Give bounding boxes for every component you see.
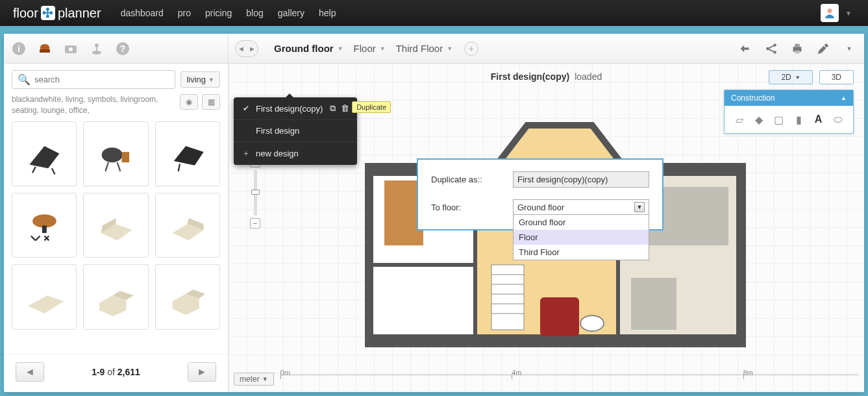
- nav-pricing[interactable]: pricing: [205, 8, 232, 18]
- furniture-item[interactable]: [12, 193, 77, 258]
- settings-icon[interactable]: [815, 40, 832, 57]
- furniture-item[interactable]: [83, 121, 148, 186]
- svg-marker-29: [173, 294, 199, 315]
- dialog-name-input[interactable]: [513, 171, 649, 188]
- ruler: meter▼ 0m 4m 8m: [234, 371, 859, 387]
- nav-pro[interactable]: pro: [178, 8, 191, 18]
- furniture-grid: [4, 121, 228, 330]
- svg-rect-21: [42, 225, 47, 232]
- svg-rect-40: [371, 265, 475, 336]
- add-floor-button[interactable]: +: [464, 42, 478, 56]
- zoom-control: + −: [249, 157, 261, 229]
- dialog-floor-label: To floor:: [431, 203, 502, 212]
- svg-rect-44: [540, 297, 579, 336]
- text-tool-icon[interactable]: A: [810, 111, 827, 128]
- top-nav: floor ✣ planner dashboard pro pricing bl…: [0, 0, 868, 26]
- view-grid-toggle[interactable]: ▦: [202, 94, 220, 110]
- svg-line-19: [179, 164, 180, 171]
- dialog-floor-select[interactable]: Ground floor ▼: [513, 199, 649, 215]
- search-field[interactable]: [34, 75, 169, 84]
- construction-header[interactable]: Construction ▲: [725, 90, 853, 106]
- chevron-down-icon[interactable]: ▼: [841, 40, 858, 57]
- floor-tab-floor[interactable]: Floor▼: [350, 40, 390, 56]
- svg-point-0: [828, 8, 832, 13]
- help-icon[interactable]: ?: [114, 40, 131, 57]
- chevron-down-icon: ▼: [338, 45, 343, 52]
- share-icon[interactable]: [763, 40, 780, 57]
- filter-label: living: [186, 75, 206, 84]
- furniture-item[interactable]: [83, 193, 148, 258]
- dimension-tool-icon[interactable]: ⬭: [830, 111, 847, 128]
- furniture-item[interactable]: [12, 121, 77, 186]
- top-nav-user[interactable]: ▼: [821, 4, 855, 22]
- zoom-handle[interactable]: [251, 190, 260, 195]
- svg-point-5: [69, 47, 73, 51]
- pager-prev[interactable]: ◄: [16, 362, 44, 382]
- nav-help[interactable]: help: [319, 8, 336, 18]
- floor-tab-third[interactable]: Third Floor▼: [392, 40, 456, 56]
- furniture-item[interactable]: [155, 264, 220, 329]
- chevron-down-icon: ▼: [634, 202, 645, 212]
- camera-icon[interactable]: [62, 40, 79, 57]
- nav-blog[interactable]: blog: [246, 8, 263, 18]
- design-menu-label: new design: [256, 149, 299, 158]
- svg-rect-3: [40, 49, 50, 53]
- view-3d-toggle[interactable]: ◉: [180, 94, 198, 110]
- filter-dropdown[interactable]: living ▼: [180, 71, 220, 88]
- window-tool-icon[interactable]: ▢: [771, 111, 787, 128]
- ruler-mark: 4m: [512, 369, 521, 377]
- furniture-item[interactable]: [155, 121, 220, 186]
- chevron-down-icon: ▼: [208, 77, 214, 83]
- logo-icon: ✣: [41, 6, 55, 20]
- logo-text-left: floor: [13, 6, 38, 21]
- design-menu-label: First design(copy): [256, 104, 323, 114]
- nav-gallery[interactable]: gallery: [278, 8, 304, 18]
- canvas-toolbar: ◄► Ground floor▼ Floor▼ Third Floor▼ + ▼: [229, 34, 864, 64]
- pager-next[interactable]: ►: [188, 362, 216, 382]
- undo-icon[interactable]: [737, 40, 754, 57]
- svg-point-14: [102, 148, 123, 163]
- chevron-down-icon: ▼: [447, 45, 453, 52]
- door-tool-icon[interactable]: ▮: [790, 111, 807, 128]
- svg-rect-53: [631, 278, 676, 330]
- svg-line-17: [118, 163, 121, 172]
- svg-rect-15: [122, 152, 129, 162]
- svg-line-12: [32, 167, 36, 173]
- floor-tab-ground[interactable]: Ground floor▼: [270, 40, 347, 56]
- info-icon[interactable]: i: [10, 40, 27, 57]
- floor-nav-arrows[interactable]: ◄►: [235, 40, 258, 57]
- duplicate-icon[interactable]: ⧉: [330, 103, 336, 114]
- view-3d-button[interactable]: 3D: [819, 70, 854, 84]
- svg-text:?: ?: [120, 43, 126, 54]
- wall-tool-icon[interactable]: ▱: [731, 111, 748, 128]
- select-options: Ground floor Floor Third Floor: [513, 215, 649, 260]
- svg-line-16: [105, 163, 108, 172]
- design-menu-item[interactable]: First design: [234, 120, 357, 142]
- design-menu-new[interactable]: ＋ new design: [234, 142, 357, 165]
- nav-dashboard[interactable]: dashboard: [121, 8, 164, 18]
- sidebar-toolbar: i ?: [4, 34, 228, 64]
- tag-list[interactable]: blackandwhite, living, symbols, livingro…: [12, 94, 161, 116]
- print-icon[interactable]: [789, 40, 806, 57]
- select-value: Ground floor: [517, 203, 564, 212]
- svg-rect-36: [795, 50, 799, 53]
- delete-icon[interactable]: 🗑: [341, 103, 349, 114]
- design-menu-item-active[interactable]: ✔ First design(copy) ⧉ 🗑 Duplicate: [234, 97, 357, 120]
- svg-marker-18: [174, 146, 204, 166]
- select-option[interactable]: Third Floor: [514, 245, 649, 260]
- surface-tool-icon[interactable]: ◆: [750, 111, 767, 128]
- furniture-icon[interactable]: [36, 40, 53, 57]
- furniture-item[interactable]: [155, 193, 220, 258]
- joystick-icon[interactable]: [88, 40, 105, 57]
- furniture-item[interactable]: [12, 264, 77, 329]
- unit-selector[interactable]: meter▼: [234, 373, 274, 386]
- view-2d-button[interactable]: 2D▼: [769, 70, 812, 84]
- select-option[interactable]: Ground floor: [514, 215, 649, 230]
- search-input[interactable]: 🔍: [12, 70, 175, 89]
- zoom-track[interactable]: [254, 170, 257, 216]
- pager-range: 1-9: [92, 367, 105, 377]
- furniture-item[interactable]: [83, 264, 148, 329]
- select-option[interactable]: Floor: [514, 230, 649, 245]
- logo[interactable]: floor ✣ planner: [13, 6, 101, 21]
- zoom-out-button[interactable]: −: [250, 218, 260, 229]
